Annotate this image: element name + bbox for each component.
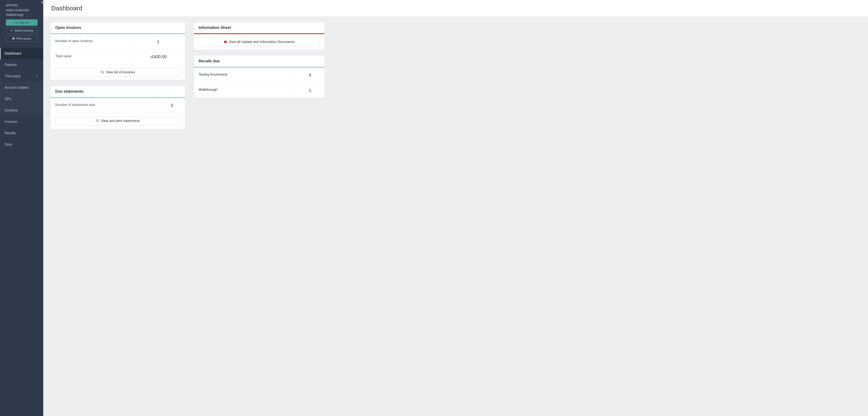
recalls-row: Walkthrough 1 [194, 83, 324, 98]
nav-account-holders[interactable]: Account holders [0, 82, 43, 93]
page-header: Dashboard [43, 0, 868, 16]
nav-invoices-label: Invoices [5, 120, 17, 124]
sidebar-divider [4, 45, 39, 46]
view-statements-button[interactable]: View and print statements [55, 116, 181, 125]
recalls-due-panel: Recalls due Testing Enviroment 6 Walkthr… [194, 56, 324, 98]
open-invoices-total-row: Total value -£400.00 [51, 49, 185, 65]
nav-patients[interactable]: Patients [0, 59, 43, 71]
user-name: Adam Godowski [6, 8, 39, 13]
search-icon [101, 71, 104, 74]
svg-rect-1 [225, 42, 225, 43]
due-statements-panel: Due statements Number of statements due … [51, 86, 185, 129]
nav-third-party-label: Third party [5, 74, 21, 78]
svg-rect-2 [225, 41, 225, 41]
recalls-row-value: 6 [296, 68, 324, 82]
view-invoices-label: View list of invoices [106, 70, 135, 74]
chevron-up-icon [36, 75, 39, 78]
user-code: MXP001 [6, 3, 39, 8]
info-sheet-title: Information Sheet [194, 22, 324, 34]
print-queue-button[interactable]: Print queue [6, 35, 37, 42]
recalls-due-title: Recalls due [194, 56, 324, 68]
nav-diary-label: Diary [5, 143, 12, 146]
open-invoices-panel: Open invoices Number of open invoices 1 … [51, 22, 185, 80]
open-invoices-title: Open invoices [51, 22, 185, 34]
logout-label: Log out [19, 21, 29, 24]
view-info-docs-button[interactable]: View all Update and Information Document… [199, 37, 320, 46]
info-sheet-panel: Information Sheet View all Update and In… [194, 22, 324, 50]
select-practice-button[interactable]: Select practice [6, 27, 37, 34]
sidebar-nav: Dashboard Patients Third party Account h… [0, 48, 43, 150]
due-statements-count-value: 3 [158, 98, 185, 113]
nav-contacts[interactable]: Contacts [0, 105, 43, 116]
nav-account-holders-label: Account holders [5, 86, 29, 90]
refresh-icon [10, 29, 13, 32]
content-area: Open invoices Number of open invoices 1 … [43, 16, 868, 134]
due-statements-count-label: Number of statements due [51, 98, 158, 113]
view-statements-label: View and print statements [101, 119, 140, 123]
due-statements-title: Due statements [51, 86, 185, 98]
nav-gps-label: GPs [5, 97, 11, 101]
nav-patients-label: Patients [5, 63, 17, 67]
view-invoices-button[interactable]: View list of invoices [55, 68, 181, 77]
due-statements-count-row: Number of statements due 3 [51, 98, 185, 113]
user-context: Walkthrough [6, 12, 39, 17]
info-circle-icon [224, 40, 227, 44]
recalls-row-label: Testing Enviroment [194, 68, 296, 82]
nav-recalls[interactable]: Recalls [0, 128, 43, 139]
logout-button[interactable]: Log out [6, 20, 37, 26]
nav-dashboard-label: Dashboard [5, 51, 21, 56]
recalls-row-value: 1 [296, 83, 324, 98]
open-invoices-total-value: -£400.00 [131, 49, 185, 64]
view-info-docs-label: View all Update and Information Document… [229, 40, 294, 44]
print-queue-label: Print queue [16, 37, 31, 40]
nav-contacts-label: Contacts [5, 108, 18, 112]
nav-gps[interactable]: GPs [0, 93, 43, 105]
nav-invoices[interactable]: Invoices [0, 116, 43, 128]
logout-icon [15, 21, 18, 24]
page-title: Dashboard [51, 5, 860, 12]
chevron-left-icon [39, 0, 44, 5]
open-invoices-count-value: 1 [131, 34, 185, 49]
search-icon [96, 119, 99, 123]
sidebar: MXP001 Adam Godowski Walkthrough Log out… [0, 0, 43, 416]
nav-dashboard[interactable]: Dashboard [0, 48, 43, 59]
open-invoices-total-label: Total value [51, 49, 131, 64]
print-icon [12, 37, 15, 40]
sidebar-collapse-toggle[interactable] [39, 0, 44, 5]
nav-recalls-label: Recalls [5, 131, 16, 135]
nav-third-party[interactable]: Third party [0, 71, 43, 82]
open-invoices-count-label: Number of open invoices [51, 34, 131, 49]
main: Dashboard Open invoices Number of open i… [43, 0, 868, 416]
sidebar-user-block: MXP001 Adam Godowski Walkthrough [0, 0, 43, 20]
open-invoices-count-row: Number of open invoices 1 [51, 34, 185, 49]
select-practice-label: Select practice [14, 29, 34, 32]
recalls-row: Testing Enviroment 6 [194, 68, 324, 83]
nav-diary[interactable]: Diary [0, 139, 43, 150]
recalls-row-label: Walkthrough [194, 83, 296, 98]
